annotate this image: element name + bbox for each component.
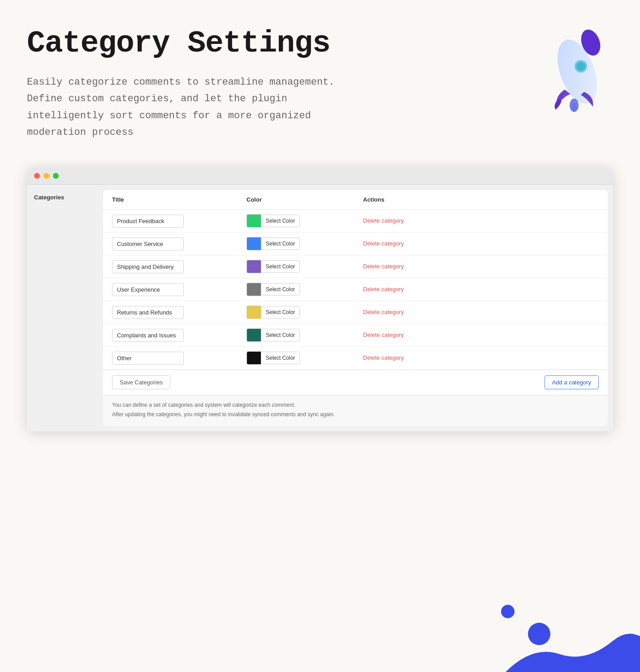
mac-maximize-button[interactable] xyxy=(53,173,59,179)
actions-cell-2: Delete category xyxy=(363,263,599,271)
color-cell-4: Select Color xyxy=(246,306,363,319)
save-categories-button[interactable]: Save Categories xyxy=(112,375,170,389)
delete-category-button-2[interactable]: Delete category xyxy=(363,263,404,270)
color-cell-6: Select Color xyxy=(246,351,363,365)
svg-point-5 xyxy=(571,103,577,112)
delete-category-button-1[interactable]: Delete category xyxy=(363,240,404,247)
info-line-1: You can define a set of categories and s… xyxy=(112,401,599,409)
sidebar-categories-label: Categories xyxy=(34,194,64,201)
header-section: Category Settings Easily categorize comm… xyxy=(0,0,403,159)
col-header-actions: Actions xyxy=(363,196,599,203)
category-input-1[interactable] xyxy=(112,237,184,250)
color-swatch-3 xyxy=(246,283,261,296)
select-color-button-2[interactable]: Select Color xyxy=(261,260,300,273)
category-input-5[interactable] xyxy=(112,329,184,342)
table-row: Select Color Delete category xyxy=(103,210,608,233)
bottom-decoration xyxy=(506,591,640,672)
table-header: Title Color Actions xyxy=(103,190,608,210)
table-footer: Save Categories Add a category xyxy=(103,370,608,395)
table-row: Select Color Delete category xyxy=(103,324,608,347)
actions-cell-1: Delete category xyxy=(363,240,599,248)
title-cell-3 xyxy=(112,283,246,296)
select-color-button-1[interactable]: Select Color xyxy=(261,237,300,250)
category-input-4[interactable] xyxy=(112,306,184,319)
deco-wave xyxy=(506,618,640,672)
title-cell-0 xyxy=(112,215,246,228)
category-input-6[interactable] xyxy=(112,352,184,365)
mac-close-button[interactable] xyxy=(34,173,40,179)
category-input-2[interactable] xyxy=(112,260,184,273)
actions-cell-0: Delete category xyxy=(363,217,599,225)
title-cell-5 xyxy=(112,329,246,342)
color-cell-1: Select Color xyxy=(246,237,363,250)
delete-category-button-4[interactable]: Delete category xyxy=(363,309,404,315)
table-row: Select Color Delete category xyxy=(103,255,608,278)
category-input-3[interactable] xyxy=(112,283,184,296)
color-cell-3: Select Color xyxy=(246,283,363,296)
table-row: Select Color Delete category xyxy=(103,233,608,255)
page-description: Easily categorize comments to streamline… xyxy=(27,74,368,141)
select-color-button-4[interactable]: Select Color xyxy=(261,306,300,319)
svg-point-3 xyxy=(576,62,585,71)
page-title: Category Settings xyxy=(27,27,376,60)
sidebar: Categories xyxy=(27,185,103,431)
col-header-title: Title xyxy=(112,196,246,203)
color-cell-0: Select Color xyxy=(246,214,363,228)
info-line-2: After updating the categories, you might… xyxy=(112,410,599,419)
select-color-button-5[interactable]: Select Color xyxy=(261,329,300,341)
color-cell-5: Select Color xyxy=(246,328,363,342)
color-swatch-4 xyxy=(246,306,261,319)
add-category-button[interactable]: Add a category xyxy=(545,375,599,389)
actions-cell-5: Delete category xyxy=(363,331,599,339)
title-cell-6 xyxy=(112,352,246,365)
actions-cell-4: Delete category xyxy=(363,308,599,316)
mac-content: Categories Title Color Actions Select Co… xyxy=(27,185,613,431)
color-cell-2: Select Color xyxy=(246,260,363,273)
delete-category-button-0[interactable]: Delete category xyxy=(363,217,404,224)
title-cell-2 xyxy=(112,260,246,273)
color-swatch-1 xyxy=(246,237,261,250)
mac-window: Categories Title Color Actions Select Co… xyxy=(27,168,613,431)
select-color-button-6[interactable]: Select Color xyxy=(261,352,300,364)
mac-minimize-button[interactable] xyxy=(43,173,49,179)
color-swatch-0 xyxy=(246,214,261,228)
deco-circle-small xyxy=(501,605,515,618)
color-swatch-6 xyxy=(246,351,261,365)
col-header-color: Color xyxy=(246,196,363,203)
category-input-0[interactable] xyxy=(112,215,184,228)
table-rows-container: Select Color Delete category Select Colo… xyxy=(103,210,608,370)
mac-titlebar xyxy=(27,168,613,185)
title-cell-1 xyxy=(112,237,246,250)
select-color-button-3[interactable]: Select Color xyxy=(261,283,300,296)
delete-category-button-5[interactable]: Delete category xyxy=(363,332,404,338)
info-text-section: You can define a set of categories and s… xyxy=(103,395,608,426)
delete-category-button-3[interactable]: Delete category xyxy=(363,286,404,293)
actions-cell-6: Delete category xyxy=(363,354,599,362)
actions-cell-3: Delete category xyxy=(363,285,599,293)
select-color-button-0[interactable]: Select Color xyxy=(261,215,300,227)
main-panel: Title Color Actions Select Color Delete … xyxy=(103,190,608,426)
delete-category-button-6[interactable]: Delete category xyxy=(363,354,404,361)
color-swatch-2 xyxy=(246,260,261,273)
color-swatch-5 xyxy=(246,328,261,342)
table-row: Select Color Delete category xyxy=(103,278,608,301)
table-row: Select Color Delete category xyxy=(103,347,608,370)
rocket-illustration xyxy=(541,18,613,116)
title-cell-4 xyxy=(112,306,246,319)
table-row: Select Color Delete category xyxy=(103,301,608,324)
